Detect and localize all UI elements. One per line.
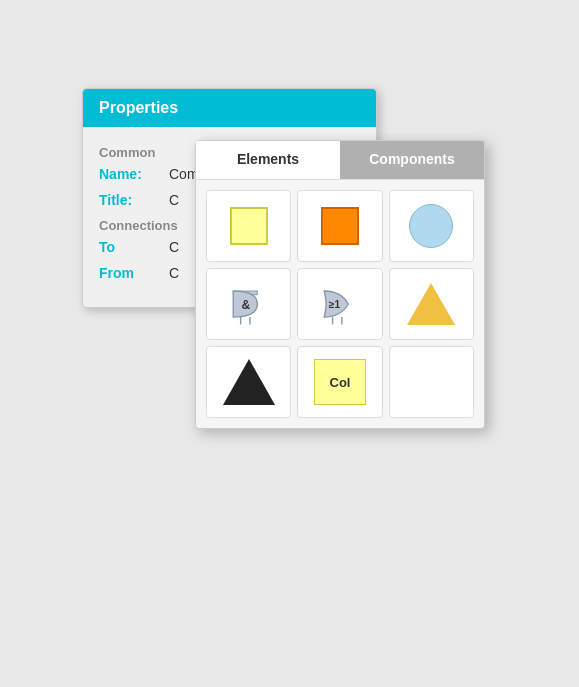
tabs-row: Elements Components <box>196 141 484 180</box>
elements-grid: & ≥1 Col <box>196 180 484 428</box>
black-triangle-shape <box>223 359 275 405</box>
from-label: From <box>99 265 169 281</box>
to-label: To <box>99 239 169 255</box>
grid-cell-and-gate[interactable]: & <box>206 268 291 340</box>
svg-text:&: & <box>241 298 250 312</box>
properties-header: Properties <box>83 89 376 127</box>
to-value: C <box>169 239 179 255</box>
grid-cell-orange-rect[interactable] <box>297 190 382 262</box>
grid-cell-circle[interactable] <box>389 190 474 262</box>
from-value: C <box>169 265 179 281</box>
grid-cell-yellow-triangle[interactable] <box>389 268 474 340</box>
tab-elements[interactable]: Elements <box>196 141 340 179</box>
grid-cell-black-triangle[interactable] <box>206 346 291 418</box>
name-label: Name: <box>99 166 169 182</box>
title-value: C <box>169 192 179 208</box>
title-label: Title: <box>99 192 169 208</box>
yellow-rect-shape <box>230 207 268 245</box>
tab-components[interactable]: Components <box>340 141 484 179</box>
col-box-label: Col <box>330 375 351 390</box>
grid-cell-yellow-rect[interactable] <box>206 190 291 262</box>
or-gate-shape: ≥1 <box>315 278 365 330</box>
col-box-shape: Col <box>314 359 366 405</box>
grid-cell-or-gate[interactable]: ≥1 <box>297 268 382 340</box>
elements-panel: Elements Components & <box>195 140 485 429</box>
circle-shape <box>409 204 453 248</box>
and-gate-shape: & <box>224 278 274 330</box>
grid-cell-col-box[interactable]: Col <box>297 346 382 418</box>
yellow-triangle-shape <box>407 283 455 325</box>
grid-cell-empty <box>389 346 474 418</box>
orange-rect-shape <box>321 207 359 245</box>
svg-text:≥1: ≥1 <box>329 299 341 310</box>
